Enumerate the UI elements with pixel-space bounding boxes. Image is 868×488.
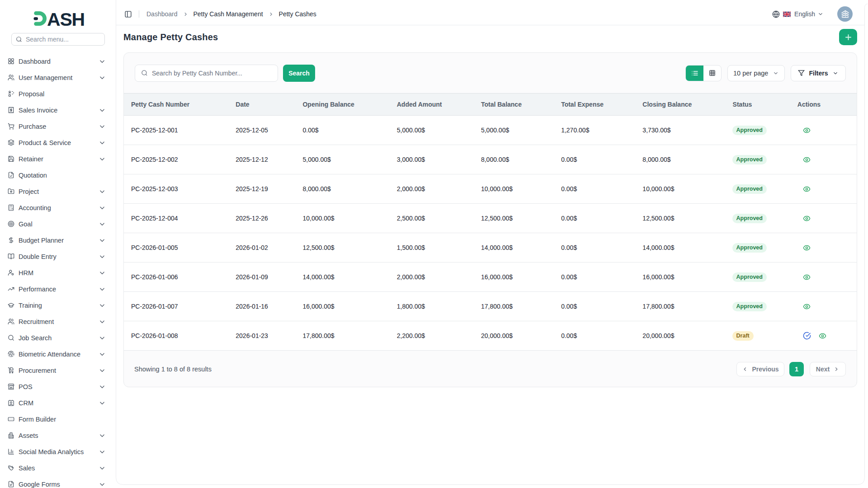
svg-text:ASH: ASH bbox=[47, 9, 85, 30]
